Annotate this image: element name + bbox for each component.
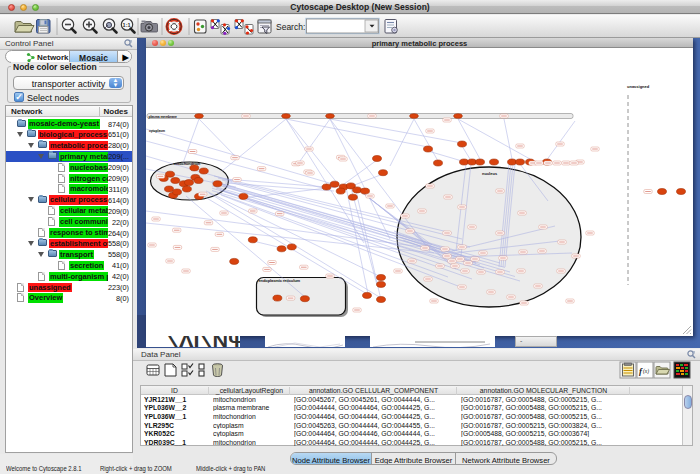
svg-text:unassigned: unassigned — [627, 84, 650, 89]
svg-text:plasma membrane: plasma membrane — [149, 115, 177, 119]
svg-text:(x): (x) — [643, 368, 649, 375]
svg-text:mitochondrion: mitochondrion — [174, 161, 201, 166]
svg-text:Search:: Search: — [276, 22, 305, 32]
svg-text:endoplasmic reticulum: endoplasmic reticulum — [259, 278, 301, 283]
svg-text:1:1: 1:1 — [123, 22, 131, 28]
svg-text:cytoplasm: cytoplasm — [149, 129, 165, 133]
svg-text:nucleus: nucleus — [482, 171, 498, 176]
